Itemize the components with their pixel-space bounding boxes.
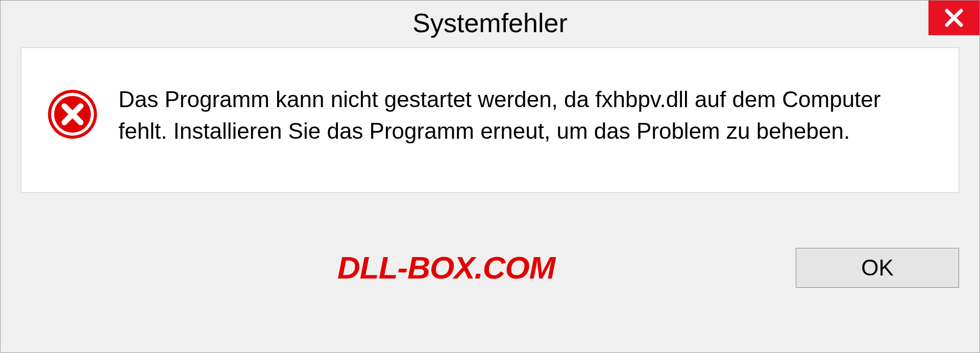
ok-button[interactable]: OK — [796, 248, 959, 288]
dialog-title: Systemfehler — [412, 8, 567, 38]
content-area: Das Programm kann nicht gestartet werden… — [21, 47, 959, 193]
watermark-text: DLL-BOX.COM — [21, 249, 555, 286]
error-dialog: Systemfehler Das Programm kann nicht ges… — [0, 0, 980, 353]
footer: DLL-BOX.COM OK — [1, 193, 979, 352]
close-button[interactable] — [928, 1, 979, 35]
close-icon — [944, 8, 964, 28]
error-icon — [47, 89, 98, 142]
titlebar: Systemfehler — [1, 1, 979, 47]
error-message: Das Programm kann nicht gestartet werden… — [118, 84, 933, 146]
